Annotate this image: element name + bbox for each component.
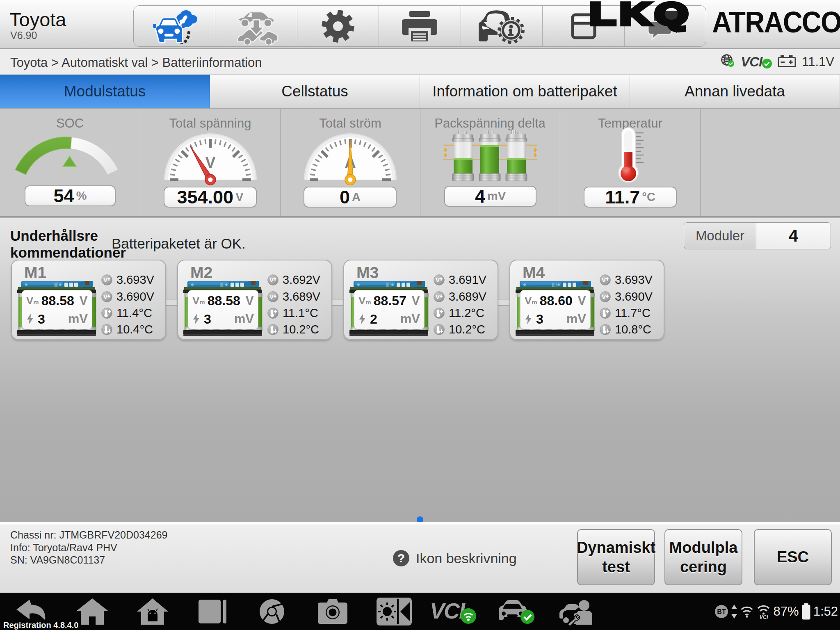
svg-text:V: V [269, 276, 274, 283]
svg-text:V: V [602, 293, 606, 300]
svg-text:V: V [205, 154, 216, 171]
svg-text:V: V [269, 293, 274, 300]
svg-text:V: V [103, 293, 107, 300]
svg-text:BT: BT [717, 608, 726, 615]
svg-text:V: V [602, 276, 606, 283]
svg-text:VCI: VCI [430, 598, 466, 623]
svg-text:VCI: VCI [759, 614, 768, 619]
svg-text:V: V [103, 276, 107, 283]
svg-text:V: V [436, 293, 440, 300]
svg-text:V: V [436, 276, 440, 283]
